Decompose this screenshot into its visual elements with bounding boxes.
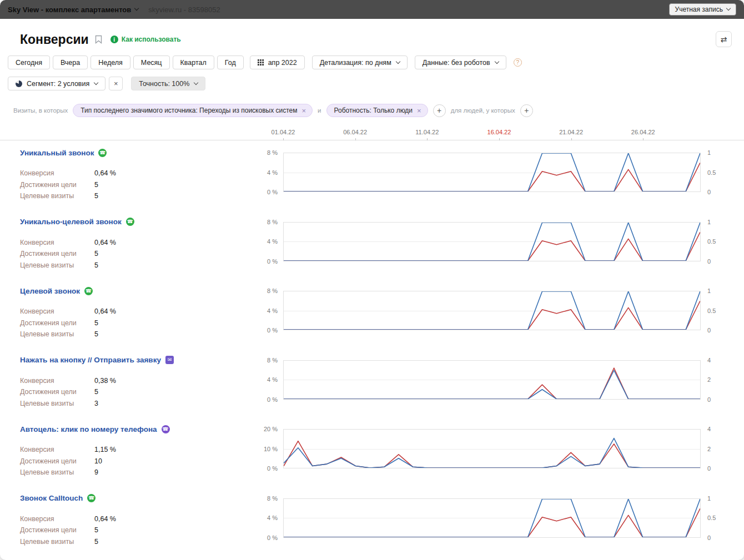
goal-info: Звонок Calltouch ☎ Конверсия0,64 %Достиж…	[0, 493, 250, 556]
goal-title[interactable]: Уникально-целевой звонок	[20, 218, 122, 226]
goal-row: Нажать на кнопку // Отправить заявку ✉ К…	[0, 348, 744, 417]
axis-date-label: 11.04.22	[415, 129, 439, 135]
metric-label[interactable]: Целевые визиты	[20, 468, 94, 476]
segment-chips: Тип последнего значимого источника: Пере…	[73, 104, 428, 117]
help-question-icon[interactable]	[514, 58, 522, 67]
goal-title[interactable]: Уникальный звонок	[20, 149, 94, 157]
accuracy-dropdown[interactable]: Точность: 100%	[131, 77, 205, 90]
goal-title[interactable]: Нажать на кнопку // Отправить заявку	[20, 356, 161, 364]
page-header: Конверсии Как использовать	[0, 19, 744, 51]
remove-chip-icon[interactable]	[302, 107, 306, 114]
metric-label[interactable]: Достижения цели	[20, 388, 94, 396]
metric-label[interactable]: Достижения цели	[20, 457, 94, 465]
chart-area	[283, 355, 701, 417]
chart-area	[283, 216, 701, 279]
metric-label[interactable]: Конверсия	[20, 515, 94, 523]
axis-tick	[355, 138, 356, 140]
goal-title[interactable]: Целевой звонок	[20, 287, 80, 295]
and-label: и	[318, 107, 321, 114]
left-axis-tick: 10 %	[264, 446, 278, 452]
metric-label[interactable]: Конверсия	[20, 307, 94, 315]
period-button[interactable]: Квартал	[173, 56, 214, 69]
left-axis-tick: 0 %	[267, 465, 278, 472]
how-to-use-link[interactable]: Как использовать	[110, 36, 181, 43]
chevron-down-icon	[395, 59, 400, 63]
page-title: Конверсии	[20, 31, 89, 48]
metric-label[interactable]: Достижения цели	[20, 250, 94, 258]
chart-right-axis: 420	[701, 423, 744, 486]
visits-in-which-label: Визиты, в которых	[13, 107, 68, 114]
goal-info: Целевой звонок ☎ Конверсия0,64 %Достижен…	[0, 285, 250, 348]
chart-area	[283, 493, 701, 556]
goal-stats: Конверсия0,38 %Достижения цели5Целевые в…	[20, 375, 250, 410]
metric-label[interactable]: Конверсия	[20, 169, 94, 177]
axis-date-label: 16.04.22	[487, 129, 511, 135]
left-axis-tick: 4 %	[267, 169, 278, 176]
right-axis-tick: 2	[707, 446, 711, 452]
counter-selector[interactable]: Sky View - комплекс апартаментов	[8, 6, 138, 14]
metric-label[interactable]: Конверсия	[20, 446, 94, 453]
line-chart	[283, 498, 701, 538]
date-axis: 01.04.2206.04.2211.04.2216.04.2221.04.22…	[0, 126, 744, 140]
add-visit-condition-button[interactable]	[433, 104, 446, 117]
metrica-conversions-page: Sky View - комплекс апартаментов skyview…	[0, 0, 744, 560]
left-axis-tick: 0 %	[267, 189, 278, 195]
metric-label[interactable]: Целевые визиты	[20, 330, 94, 338]
pie-chart-icon	[16, 80, 22, 87]
period-button[interactable]: Месяц	[133, 56, 170, 69]
left-axis-tick: 4 %	[267, 238, 278, 245]
clear-segment-button[interactable]	[109, 77, 123, 90]
chart-left-axis: 8 %4 %0 %	[250, 285, 283, 348]
goals-list: Уникальный звонок ☎ Конверсия0,64 %Дости…	[0, 140, 744, 555]
left-axis-tick: 8 %	[267, 287, 278, 294]
axis-tick	[571, 138, 572, 140]
right-axis-tick: 1	[707, 287, 711, 294]
left-axis-tick: 8 %	[267, 149, 278, 156]
right-axis-tick: 2	[707, 376, 711, 383]
metric-label[interactable]: Целевые визиты	[20, 192, 94, 200]
period-button[interactable]: Сегодня	[8, 56, 50, 69]
goal-title[interactable]: Звонок Calltouch	[20, 494, 83, 502]
detalization-dropdown[interactable]: Детализация: по дням	[312, 56, 408, 69]
metric-label[interactable]: Целевые визиты	[20, 261, 94, 269]
chart-right-axis: 10.50	[701, 147, 744, 210]
metric-label[interactable]: Достижения цели	[20, 319, 94, 327]
metric-label[interactable]: Целевые визиты	[20, 400, 94, 407]
data-robots-dropdown[interactable]: Данные: без роботов	[415, 56, 506, 69]
period-button[interactable]: Вчера	[53, 56, 88, 69]
metric-label[interactable]: Достижения цели	[20, 526, 94, 534]
chart-right-axis: 10.50	[701, 285, 744, 348]
goal-row: Уникально-целевой звонок ☎ Конверсия0,64…	[0, 210, 744, 279]
goal-title[interactable]: Автоцель: клик по номеру телефона	[20, 425, 157, 433]
metric-value: 0,64 %	[94, 515, 116, 523]
right-axis-tick: 1	[707, 149, 711, 156]
chart-area	[283, 285, 701, 348]
metric-value: 5	[94, 192, 98, 200]
chevron-down-icon	[726, 6, 731, 11]
metric-label[interactable]: Конверсия	[20, 239, 94, 246]
metric-label[interactable]: Целевые визиты	[20, 538, 94, 546]
metric-value: 5	[94, 526, 98, 534]
add-people-condition-button[interactable]	[520, 104, 533, 117]
chart-left-axis: 8 %4 %0 %	[250, 493, 283, 556]
calendar-button[interactable]: апр 2022	[250, 56, 305, 69]
filter-chip[interactable]: Роботность: Только люди	[326, 104, 428, 117]
bookmark-icon[interactable]	[95, 35, 102, 44]
accuracy-label: Точность: 100%	[139, 80, 189, 88]
period-button[interactable]: Год	[217, 56, 244, 69]
export-icon[interactable]	[716, 31, 732, 47]
period-button[interactable]: Неделя	[91, 56, 130, 69]
filter-chip[interactable]: Тип последнего значимого источника: Пере…	[73, 104, 313, 117]
metric-label[interactable]: Достижения цели	[20, 181, 94, 189]
left-axis-tick: 0 %	[267, 396, 278, 403]
left-axis-tick: 4 %	[267, 376, 278, 383]
counter-name-label: Sky View - комплекс апартаментов	[8, 6, 131, 14]
remove-chip-icon[interactable]	[417, 107, 421, 114]
right-axis-tick: 0.5	[707, 238, 716, 245]
segment-dropdown[interactable]: Сегмент: 2 условия	[8, 77, 105, 90]
chart-left-axis: 8 %4 %0 %	[250, 355, 283, 417]
metric-value: 5	[94, 181, 98, 189]
account-menu-button[interactable]: Учетная запись	[669, 3, 736, 16]
metric-label[interactable]: Конверсия	[20, 377, 94, 385]
right-axis-tick: 1	[707, 219, 711, 225]
